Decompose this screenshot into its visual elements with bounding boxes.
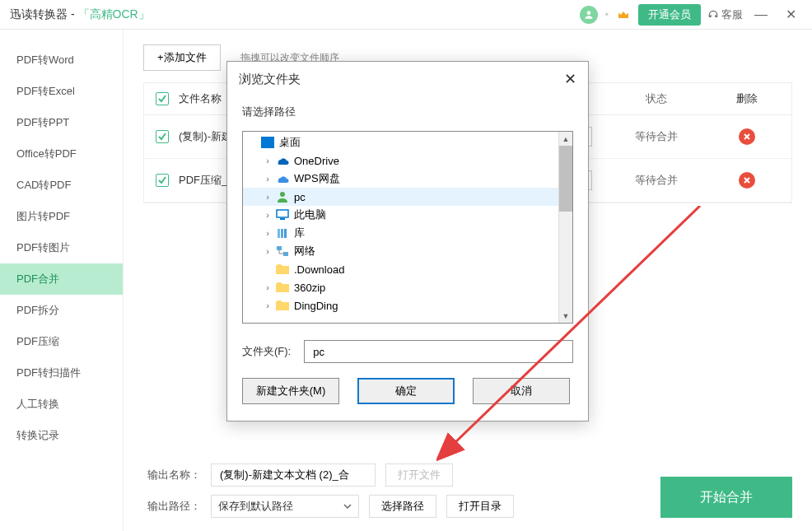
ocr-tag: 「高精OCR」 [78,7,150,22]
svg-rect-7 [284,229,287,238]
dot: • [604,8,609,21]
tree-label: 360zip [294,282,325,294]
tree-label: 桌面 [279,135,301,150]
select-all-checkbox[interactable] [156,92,169,105]
tree-item[interactable]: ›WPS网盘 [243,170,572,188]
svg-rect-8 [277,246,282,250]
output-path-label: 输出路径： [143,499,201,514]
sidebar-item-3[interactable]: Office转PDF [0,138,123,170]
expand-icon[interactable]: › [261,300,274,310]
output-name-input[interactable] [211,463,376,487]
sidebar-item-12[interactable]: 转换记录 [0,420,123,451]
output-path-select[interactable]: 保存到默认路径 [211,495,359,518]
svg-rect-6 [281,229,283,238]
vip-button[interactable]: 开通会员 [638,4,701,26]
tree-label: 此电脑 [294,207,326,222]
user-icon [274,190,291,203]
sidebar-item-0[interactable]: PDF转Word [0,44,123,76]
dialog-close-button[interactable]: ✕ [564,70,576,88]
delete-button[interactable] [739,172,755,189]
expand-icon[interactable]: › [261,156,274,165]
tree-label: .Download [294,263,344,276]
svg-rect-4 [280,218,285,220]
expand-icon[interactable]: › [261,282,274,292]
header-status: 状态 [599,91,714,106]
app-title: 迅读转换器 - [10,7,75,22]
cancel-button[interactable]: 取消 [473,378,570,404]
sidebar-item-9[interactable]: PDF压缩 [0,326,123,357]
tree-item[interactable]: .Download [243,260,572,278]
header-delete: 删除 [714,91,780,106]
tree-label: pc [294,191,306,203]
crown-icon[interactable] [615,7,632,23]
minimize-button[interactable]: — [749,3,772,26]
scrollbar[interactable]: ▲ ▼ [558,132,572,323]
sidebar-item-11[interactable]: 人工转换 [0,389,123,420]
tree-item[interactable]: ›360zip [243,278,572,296]
svg-point-0 [587,11,591,15]
new-folder-button[interactable]: 新建文件夹(M) [242,378,339,404]
row-checkbox[interactable] [156,130,169,143]
folder-icon [274,299,291,312]
titlebar: 迅读转换器 - 「高精OCR」 • 开通会员 客服 — ✕ [0,0,812,30]
tree-item[interactable]: ›网络 [243,242,572,260]
expand-icon[interactable]: › [261,174,274,184]
sidebar-item-5[interactable]: 图片转PDF [0,201,123,232]
open-dir-button[interactable]: 打开目录 [446,495,514,518]
scroll-up-button[interactable]: ▲ [559,132,572,146]
start-merge-button[interactable]: 开始合并 [660,477,792,518]
output-name-label: 输出名称： [143,468,201,482]
svg-rect-1 [261,137,274,148]
ok-button[interactable]: 确定 [357,378,455,404]
tree-item[interactable]: ›pc [243,188,572,206]
onedrive-icon [274,154,291,167]
sidebar-item-2[interactable]: PDF转PPT [0,107,123,138]
folder-icon [274,263,291,276]
kefu-label: 客服 [721,7,743,22]
expand-icon[interactable]: › [261,210,274,220]
svg-rect-5 [278,229,280,238]
desktop-icon [259,136,276,149]
expand-icon[interactable]: › [261,246,274,256]
output-path-value: 保存到默认路径 [218,499,293,514]
file-status: 等待合并 [599,173,714,188]
folder-field-label: 文件夹(F): [242,344,291,359]
open-file-button[interactable]: 打开文件 [385,463,453,487]
sidebar-item-1[interactable]: PDF转Excel [0,76,123,107]
tree-item[interactable]: 桌面 [243,133,572,151]
tree-label: 网络 [294,244,315,259]
dialog-title: 浏览文件夹 [239,72,301,87]
sidebar-item-4[interactable]: CAD转PDF [0,170,123,201]
sidebar-item-6[interactable]: PDF转图片 [0,232,123,263]
sidebar-item-10[interactable]: PDF转扫描件 [0,357,123,389]
sidebar-item-8[interactable]: PDF拆分 [0,295,123,326]
tree-item[interactable]: ›库 [243,224,572,242]
dialog-hint: 请选择路径 [227,96,588,131]
expand-icon[interactable]: › [261,192,274,202]
tree-label: OneDrive [294,155,339,167]
tree-label: 库 [294,226,305,240]
tree-item[interactable]: ›OneDrive [243,151,572,170]
choose-path-button[interactable]: 选择路径 [369,495,436,518]
chevron-down-icon [343,502,352,510]
folder-name-input[interactable] [304,340,573,363]
avatar-icon[interactable] [580,6,598,24]
scroll-thumb[interactable] [559,146,572,212]
tree-label: DingDing [294,300,338,312]
close-button[interactable]: ✕ [779,3,802,26]
svg-point-2 [280,192,285,197]
scroll-down-button[interactable]: ▼ [559,309,572,323]
tree-label: WPS网盘 [294,171,340,186]
expand-icon[interactable]: › [261,228,274,238]
delete-button[interactable] [739,128,755,145]
tree-item[interactable]: ›DingDing [243,296,572,314]
add-file-button[interactable]: +添加文件 [143,44,221,71]
sidebar-item-7[interactable]: PDF合并 [0,263,123,295]
kefu-link[interactable]: 客服 [707,7,743,22]
row-checkbox[interactable] [156,174,169,187]
svg-rect-3 [277,210,288,217]
tree-item[interactable]: ›此电脑 [243,206,572,224]
folder-tree: 桌面›OneDrive›WPS网盘›pc›此电脑›库›网络.Download›3… [242,131,573,324]
folder-browse-dialog: 浏览文件夹 ✕ 请选择路径 桌面›OneDrive›WPS网盘›pc›此电脑›库… [226,61,589,422]
folder-icon [274,281,291,294]
